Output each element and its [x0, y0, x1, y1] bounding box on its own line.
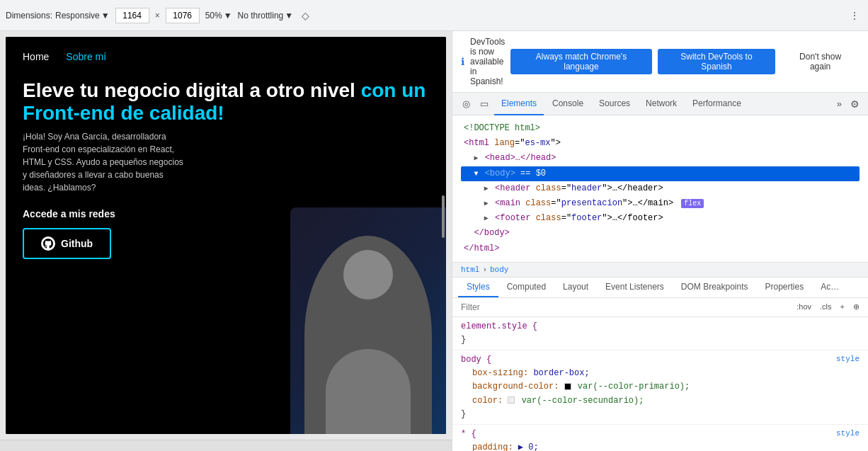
top-bar-actions: ⋮ [847, 7, 862, 24]
chevron-down-icon: ▼ [224, 11, 232, 21]
filter-bar: :hov .cls + ⊕ [452, 298, 868, 317]
info-icon: ℹ [461, 56, 464, 67]
throttle-label: No throttling [238, 11, 284, 21]
filter-actions: :hov .cls + ⊕ [794, 301, 862, 313]
dom-html[interactable]: <html lang="es-mx"> [461, 136, 860, 151]
filter-add-icon[interactable]: + [838, 301, 847, 313]
css-selector-line[interactable]: element.style { [461, 320, 860, 333]
dimensions-label: Dimensions: Responsive ▼ [6, 11, 110, 21]
chevron-down-icon: ▼ [285, 11, 293, 21]
dom-body[interactable]: ▼ <body> == $0 [461, 166, 860, 181]
breadcrumb-body[interactable]: body [490, 266, 508, 274]
css-block-body-1: style body { box-sizing: border-box; bac… [452, 350, 868, 425]
dom-header[interactable]: ▶ <header class="header">…</header> [461, 181, 860, 196]
dom-tree: <!DOCTYPE html> <html lang="es-mx"> ▶ <h… [452, 115, 868, 263]
website-content: Home Sobre mí Eleve tu negocio digital a… [6, 37, 446, 434]
tab-network[interactable]: Network [639, 93, 684, 115]
github-icon [41, 236, 55, 251]
notification-text: DevTools is now available in Spanish! [470, 37, 505, 86]
css-box-sizing[interactable]: box-sizing: border-box; [461, 367, 860, 380]
bookmark-icon[interactable]: ◇ [299, 7, 312, 24]
dom-footer[interactable]: ▶ <footer class="footer">…</footer> [461, 211, 860, 226]
css-source-style[interactable]: style [836, 353, 860, 366]
throttle-select[interactable]: No throttling ▼ [238, 11, 294, 21]
width-input[interactable] [115, 8, 149, 23]
github-label: Github [61, 238, 93, 249]
collapse-head-icon[interactable]: ▶ [474, 154, 478, 162]
dismiss-button[interactable]: Don't show again [781, 49, 860, 74]
devtools-toolbar: ◎ ▭ Elements Console Sources Network Per… [452, 93, 868, 115]
css-close-brace: } [461, 333, 860, 347]
chevron-down-icon: ▼ [101, 11, 110, 21]
styles-tab-dom-breakpoints[interactable]: DOM Breakpoints [673, 278, 757, 297]
css-body-close: } [461, 408, 860, 421]
css-source-style-2[interactable]: style [836, 428, 860, 440]
css-background-color[interactable]: background-color: var(--color-primario); [461, 380, 860, 394]
scrollbar[interactable] [442, 195, 445, 238]
tab-sources[interactable]: Sources [592, 93, 637, 115]
tab-console[interactable]: Console [545, 93, 590, 115]
hero-heading-main: Eleve tu negocio digital a otro nivel [23, 79, 355, 101]
height-input[interactable] [166, 8, 200, 23]
collapse-main-icon[interactable]: ▶ [484, 200, 489, 207]
hero-bio: ¡Hola! Soy Ana García, desarrolladora Fr… [23, 130, 185, 194]
hero-heading: Eleve tu negocio digital a otro nivel co… [23, 79, 432, 125]
dimensions-text: Dimensions: [6, 11, 52, 21]
collapse-header-icon[interactable]: ▶ [484, 185, 489, 193]
github-button[interactable]: Github [23, 228, 111, 259]
flex-badge: flex [681, 199, 704, 208]
match-language-button[interactable]: Always match Chrome's language [510, 49, 651, 74]
css-universal-selector[interactable]: style * { [461, 428, 860, 441]
nav-item-sobre[interactable]: Sobre mí [66, 51, 106, 62]
styles-tab-computed[interactable]: Computed [498, 278, 554, 297]
notification-bar: ℹ DevTools is now available in Spanish! … [452, 31, 868, 93]
device-toolbar-icon[interactable]: ▭ [476, 96, 493, 112]
tab-performance[interactable]: Performance [685, 93, 748, 115]
filter-cls[interactable]: .cls [817, 301, 835, 313]
inspect-element-icon[interactable]: ◎ [458, 96, 474, 112]
collapse-footer-icon[interactable]: ▶ [484, 215, 489, 222]
css-block-element-style: element.style { } [452, 317, 868, 350]
preview-inner: Home Sobre mí Eleve tu negocio digital a… [6, 37, 446, 434]
css-block-universal: style * { padding: ▶ 0; margin: ▶ 0; } [452, 425, 868, 451]
responsive-select[interactable]: Responsive ▼ [55, 11, 110, 21]
styles-tabs: Styles Computed Layout Event Listeners D… [452, 278, 868, 298]
styles-tab-event-listeners[interactable]: Event Listeners [597, 278, 673, 297]
person-photo [304, 236, 432, 434]
preview-pane: Home Sobre mí Eleve tu negocio digital a… [0, 31, 452, 451]
nav-item-home[interactable]: Home [23, 51, 49, 62]
dom-html-close[interactable]: </html> [461, 241, 860, 256]
dom-body-close[interactable]: </body> [461, 226, 860, 241]
dom-doctype[interactable]: <!DOCTYPE html> [461, 121, 860, 136]
css-color[interactable]: color: var(--color-secundario); [461, 394, 860, 408]
dom-head[interactable]: ▶ <head>…</head> [461, 151, 860, 166]
zoom-label: 50% [205, 11, 222, 21]
styles-tab-properties[interactable]: Properties [757, 278, 813, 297]
css-body-selector[interactable]: style body { [461, 353, 860, 367]
dom-main[interactable]: ▶ <main class="presentacion">…</main> fl… [461, 196, 860, 211]
color-swatch-fg[interactable] [508, 396, 515, 404]
top-bar-left: Dimensions: Responsive ▼ × 50% ▼ No thro… [6, 7, 841, 24]
css-padding[interactable]: padding: ▶ 0; [461, 441, 860, 451]
top-bar: Dimensions: Responsive ▼ × 50% ▼ No thro… [0, 0, 868, 31]
doctype-text: <!DOCTYPE html> [464, 123, 540, 133]
collapse-body-icon[interactable]: ▼ [474, 170, 478, 178]
filter-hov[interactable]: :hov [794, 301, 814, 313]
breadcrumb-html[interactable]: html [461, 266, 479, 274]
filter-input[interactable] [458, 301, 794, 314]
switch-spanish-button[interactable]: Switch DevTools to Spanish [658, 49, 776, 74]
more-tabs-icon[interactable]: » [833, 96, 846, 112]
dimension-separator: × [155, 11, 160, 21]
styles-tab-ac[interactable]: Ac… [812, 278, 847, 297]
main-area: Home Sobre mí Eleve tu negocio digital a… [0, 31, 868, 451]
more-options-icon[interactable]: ⋮ [847, 7, 862, 24]
tab-elements[interactable]: Elements [494, 93, 544, 115]
filter-more-icon[interactable]: ⊕ [850, 301, 862, 313]
breadcrumb: html › body [452, 263, 868, 278]
nav-bar: Home Sobre mí [23, 51, 432, 62]
zoom-select[interactable]: 50% ▼ [205, 11, 232, 21]
styles-tab-layout[interactable]: Layout [554, 278, 597, 297]
settings-gear-icon[interactable]: ⚙ [847, 96, 862, 113]
styles-tab-styles[interactable]: Styles [458, 278, 498, 297]
color-swatch-bg[interactable] [564, 383, 571, 390]
